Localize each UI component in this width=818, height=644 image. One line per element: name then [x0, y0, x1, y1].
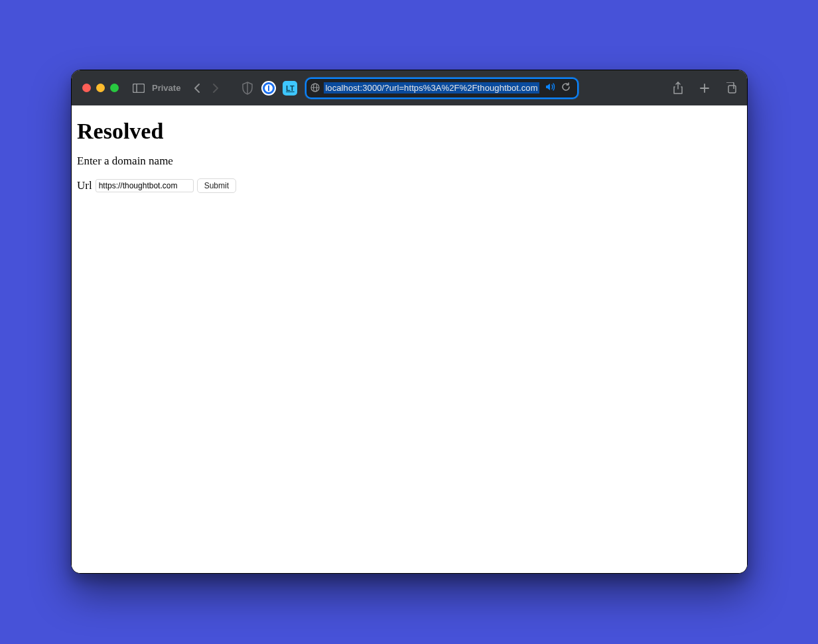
maximize-window-button[interactable]	[110, 84, 119, 92]
globe-icon	[310, 83, 321, 94]
new-tab-icon[interactable]	[697, 80, 713, 96]
svg-rect-0	[133, 84, 145, 92]
onepassword-extension-icon[interactable]	[261, 81, 276, 96]
toolbar: Private LT localhost:3000/?url=https%3A%…	[72, 70, 747, 105]
privacy-shield-icon[interactable]	[240, 81, 255, 96]
languagetool-extension-icon[interactable]: LT	[283, 81, 297, 96]
sidebar-toggle-icon[interactable]	[131, 80, 147, 96]
page-subtitle: Enter a domain name	[77, 155, 742, 168]
address-bar[interactable]: localhost:3000/?url=https%3A%2F%2Fthough…	[305, 78, 579, 99]
page-content: Resolved Enter a domain name Url Submit	[72, 105, 747, 573]
private-mode-label: Private	[152, 83, 180, 93]
page-title: Resolved	[77, 119, 742, 144]
tab-overview-icon[interactable]	[723, 80, 739, 96]
url-form: Url Submit	[77, 178, 742, 193]
browser-window: Private LT localhost:3000/?url=https%3A%…	[71, 70, 748, 574]
back-button[interactable]	[190, 80, 206, 96]
reader-audio-icon[interactable]	[545, 82, 557, 94]
address-url-text[interactable]: localhost:3000/?url=https%3A%2F%2Fthough…	[324, 82, 539, 94]
forward-button[interactable]	[207, 80, 223, 96]
url-field-label: Url	[77, 179, 92, 192]
window-controls	[82, 84, 119, 92]
share-icon[interactable]	[670, 80, 686, 96]
submit-button[interactable]: Submit	[197, 178, 236, 193]
close-window-button[interactable]	[82, 84, 91, 92]
svg-rect-8	[728, 86, 736, 93]
url-input[interactable]	[96, 179, 194, 192]
reload-icon[interactable]	[561, 82, 573, 94]
minimize-window-button[interactable]	[96, 84, 105, 92]
